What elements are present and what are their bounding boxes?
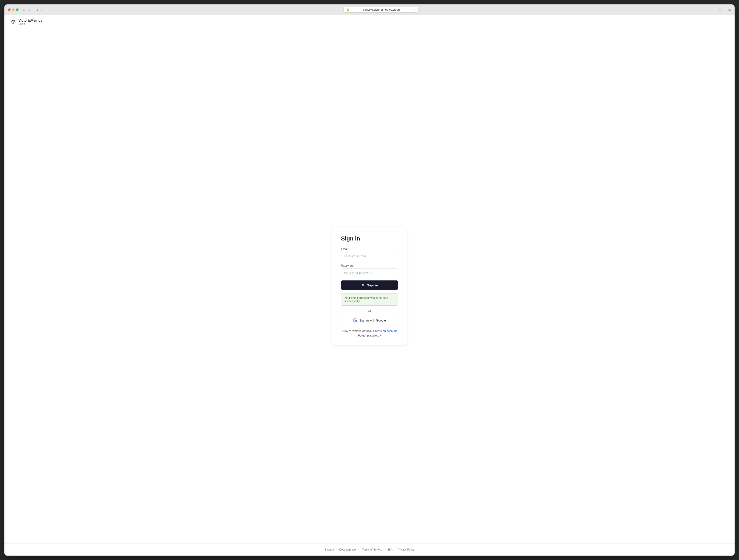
success-banner: Your email address was confirmed success… [341,293,398,306]
fullscreen-button[interactable] [16,8,19,11]
page-footer: Support Documentation Terms of Service S… [4,543,735,556]
footer-sla-link[interactable]: SLA [388,548,393,551]
browser-titlebar: ⊞ ⌄ ‹ › 🔒 console.victoriametrics.cloud … [4,4,735,15]
footer-privacy-link[interactable]: Privacy Policy [398,548,414,551]
share-icon[interactable]: ⬆ [718,7,722,12]
url-text: console.victoriametrics.cloud [351,8,412,11]
divider-text: Or [368,309,371,313]
svg-marker-0 [11,20,16,21]
vm-logo-icon [361,283,365,287]
card-footer-links: New to VictoriaMetrics? Create an accoun… [341,329,398,337]
google-icon [353,319,357,322]
logo-brand: VictoriaMetrics [19,19,42,22]
back-button[interactable]: ‹ [35,7,39,12]
email-label: Email [341,247,398,251]
page-header: VictoriaMetrics Cloud [4,15,735,29]
reload-icon[interactable]: ↻ [413,8,416,11]
email-form-group: Email [341,247,398,260]
divider-line-right [374,311,398,311]
signin-title: Sign in [341,235,398,242]
new-account-text: New to VictoriaMetrics? Create an accoun… [341,329,398,333]
svg-marker-3 [361,284,364,285]
address-bar-container: 🔒 console.victoriametrics.cloud ↻ [50,7,712,13]
forgot-password-link[interactable]: Forgot password? [341,334,398,337]
password-label: Password [341,264,398,267]
logo-link[interactable]: VictoriaMetrics Cloud [10,18,729,25]
signin-button[interactable]: Sign in [341,281,398,290]
traffic-lights [8,8,19,11]
google-signin-button[interactable]: Sign in with Google [341,316,398,325]
new-tab-icon[interactable]: + [724,7,726,12]
minimize-button[interactable] [12,8,15,11]
signin-card: Sign in Email Password [332,227,407,345]
footer-terms-link[interactable]: Terms of Service [362,548,382,551]
create-account-link[interactable]: Create an account [373,329,397,333]
window-controls: ⊞ ⌄ [22,7,32,12]
close-button[interactable] [8,8,11,11]
address-bar[interactable]: 🔒 console.victoriametrics.cloud ↻ [343,7,419,13]
password-form-group: Password [341,264,398,277]
tabs-icon[interactable]: ⧉ [728,7,731,12]
footer-documentation-link[interactable]: Documentation [339,548,357,551]
password-input[interactable] [341,268,398,277]
browser-content: VictoriaMetrics Cloud Sign in Email [4,15,735,556]
divider-line-left [341,311,365,311]
google-button-label: Sign in with Google [359,319,386,322]
new-to-label: New to VictoriaMetrics? [342,329,373,333]
footer-support-link[interactable]: Support [325,548,334,551]
toolbar-right: ⬆ + ⧉ [718,7,731,12]
email-input[interactable] [341,252,398,260]
grid-icon[interactable]: ⊞ [22,7,26,12]
signin-button-label: Sign in [367,283,378,287]
nav-buttons: ‹ › [35,7,44,12]
divider-row: Or [341,309,398,313]
page-wrapper: VictoriaMetrics Cloud Sign in Email [4,15,735,556]
logo-sub: Cloud [19,22,42,25]
chevron-down-icon[interactable]: ⌄ [27,7,32,12]
page-main: Sign in Email Password [4,29,735,543]
logo-icon [10,18,17,25]
forward-button[interactable]: › [40,7,44,12]
lock-icon: 🔒 [346,8,349,11]
success-text: Your email address was confirmed success… [344,296,395,303]
logo-text: VictoriaMetrics Cloud [19,19,42,25]
